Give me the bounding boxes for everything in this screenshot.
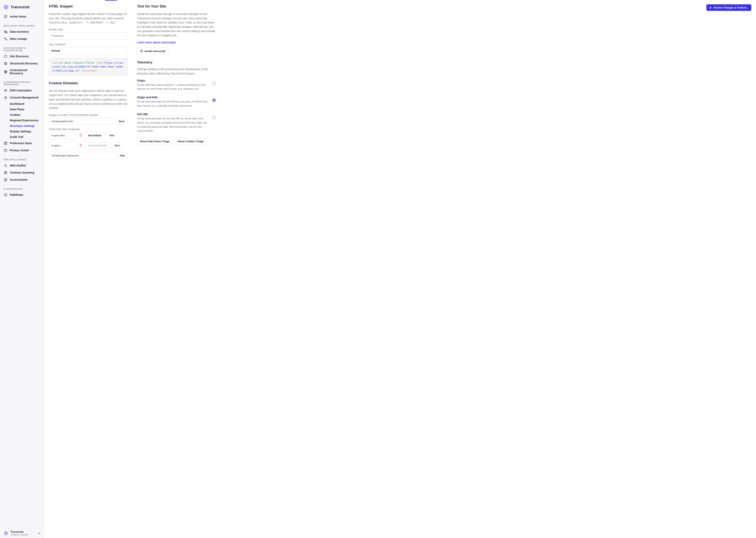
sidebar-item-label: Web Auditor [10,164,26,167]
sidebar-subitem-dashboard[interactable]: Dashboard [2,101,42,107]
logo-icon [3,530,9,536]
endpoint-test-button[interactable]: Test [106,132,117,139]
sidebar-item-label: Assessments [10,178,27,181]
sidebar-item-label: Privacy Center [10,149,29,152]
nav-icon [4,30,8,34]
endpoint-value[interactable]: tr-sync.t... [49,142,76,149]
sidebar-item-action-items[interactable]: Action Items [2,13,42,20]
option-description: Group telemetry data (requests + cookies… [137,83,209,91]
endpoint-default-button[interactable]: Set Default [85,132,104,139]
reset-cookies-button[interactable]: Reset Cookies Triage [175,138,207,145]
chevron-down-icon: ⌄ [123,34,125,37]
delete-endpoint-button[interactable] [78,133,83,138]
checklist-icon [4,15,8,19]
endpoint-test-button[interactable]: Test [112,142,123,149]
nav-icon [4,148,8,152]
review-publish-button[interactable]: Review Changes & Publish... [706,4,751,11]
nav-icon [4,54,8,58]
bundle-type-select[interactable]: Production ⌄ [49,32,127,39]
sidebar-subitem-developer-settings[interactable]: Developer Settings [2,123,42,129]
option-description: Group telemetry data by the full URL on … [137,117,209,133]
option-title: Origin [137,79,209,82]
sidebar-item-data-lineage[interactable]: Data Lineage [2,35,42,42]
add-endpoint-input[interactable]: consent-sync.acme.com [49,152,115,159]
svg-point-12 [4,149,7,152]
custom-domains-description: Set the domains that your organization w… [49,89,127,110]
svg-point-10 [5,96,6,97]
sidebar-item-pathfinder[interactable]: Pathfinder [2,191,42,198]
account-switcher[interactable]: Transcend Grégory Jourdan [0,528,44,538]
sidebar-item-unstructured-discovery[interactable]: Unstructured Discovery [2,67,42,77]
sidebar-item-label: Silo Discovery [10,55,29,58]
endpoint-value[interactable]: tr-sync-davi... [49,132,76,139]
snippet-code-block[interactable]: <script data-cfasync="false" src="https:… [49,58,127,76]
option-title: Origin and Path [137,96,209,99]
nav-icon [4,70,8,74]
telemetry-option[interactable]: Full URL Group telemetry data by the ful… [137,113,216,133]
sync-endpoint-select[interactable]: Default ⌄ [49,47,127,54]
account-org: Transcend [11,530,36,533]
nav-icon [4,193,8,197]
sidebar-subitem-audit-trail[interactable]: Audit Trail [2,134,42,140]
right-column: Test On Your Site Install this userscrip… [137,4,216,162]
telemetry-option[interactable]: Origin and Path Group telemetry data by … [137,96,216,108]
telemetry-description: Settings relating to the processing and … [137,67,216,76]
sidebar-item-label: Structured Discovery [10,62,38,65]
sidebar-item-privacy-center[interactable]: Privacy Center [2,147,42,154]
sidebar-subitem-cookies[interactable]: Cookies [2,112,42,118]
html-snippet-description: Insert this <script> tag snippet into th… [49,12,127,25]
chevron-down-icon [38,532,41,535]
nav-icon [4,88,8,92]
account-user: Grégory Jourdan [11,533,36,536]
learn-userscripts-link[interactable]: Learn more about userscripts [137,41,176,44]
radio-button[interactable] [212,98,216,102]
nav-icon [4,164,8,167]
svg-point-0 [5,6,7,8]
telemetry-heading: Telemetry [137,61,216,64]
brand-name: Transcend [11,5,29,9]
lightning-icon [709,6,712,9]
radio-button[interactable] [212,82,216,85]
html-snippet-heading: HTML Snippet [49,4,127,9]
test-on-site-heading: Test On Your Site [137,4,216,9]
sidebar-group-heading: RISK INTELLIGENCE [0,156,44,162]
chevron-down-icon: ⌄ [123,49,125,52]
svg-point-8 [5,89,6,90]
sidebar-item-label: Consent Management [10,96,38,99]
sidebar: Transcend Action Items DATA ASSET INTELL… [0,0,44,538]
sidebar-item-label: Data Lineage [10,37,27,40]
sidebar-item-silo-discovery[interactable]: Silo Discovery [2,53,42,60]
telemetry-option[interactable]: Origin Group telemetry data (requests + … [137,79,216,91]
nav-icon [4,37,8,41]
sidebar-item-label: Action Items [10,15,26,18]
svg-point-17 [5,532,7,534]
sidebar-item-preference-store[interactable]: Preference Store [2,140,42,147]
sidebar-subitem-regional-experiences[interactable]: Regional Experiences [2,118,42,123]
install-userscript-button[interactable]: Install Userscript [137,47,168,55]
sidebar-item-structured-discovery[interactable]: Structured Discovery [2,60,42,67]
domain-input[interactable]: consent.acme.com [49,118,114,125]
sidebar-subitem-display-settings[interactable]: Display Settings [2,129,42,134]
sidebar-item-label: Contract Scanning [10,171,34,174]
sidebar-item-data-inventory[interactable]: Data Inventory [2,28,42,35]
reset-data-flows-button[interactable]: Reset Data Flows Triage [137,138,172,145]
sidebar-item-web-auditor[interactable]: Web Auditor [2,162,42,169]
logo-icon [3,4,9,10]
sidebar-item-assessments[interactable]: Assessments [2,176,42,183]
radio-button[interactable] [212,115,216,119]
delete-endpoint-button[interactable] [78,143,83,148]
save-domain-button[interactable]: Save [116,118,127,125]
nav-icon [4,95,8,99]
left-column: HTML Snippet Insert this <script> tag sn… [49,4,127,162]
add-endpoint-button[interactable]: Add [117,152,127,159]
active-tab-indicator [105,0,117,1]
sidebar-item-consent-management[interactable]: Consent Management [2,94,42,101]
endpoint-default-button: Current Default [85,142,110,149]
sidebar-subitem-data-flows[interactable]: Data Flows [2,107,42,112]
brand-logo[interactable]: Transcend [0,3,44,13]
sidebar-item-contract-scanning[interactable]: Contract Scanning [2,169,42,176]
install-icon [140,49,143,53]
nav-icon [4,141,8,145]
sidebar-item-dsr-automation[interactable]: DSR Automation [2,87,42,94]
sidebar-group-heading: AUTONOMOUS PRIVACY OPERATIONS [0,79,44,87]
